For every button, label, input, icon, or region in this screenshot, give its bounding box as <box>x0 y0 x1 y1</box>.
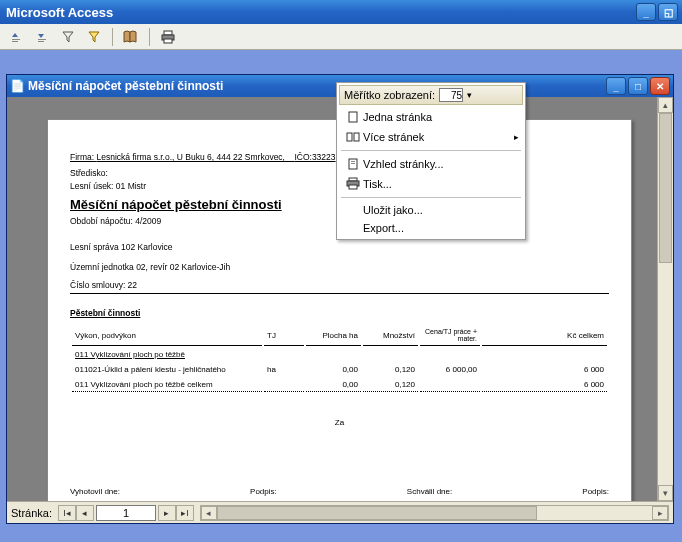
one-page-icon <box>343 110 363 124</box>
smlouva: Číslo smlouvy: 22 <box>70 280 609 290</box>
scroll-down-button[interactable]: ▾ <box>658 485 673 501</box>
menu-more-pages[interactable]: Více stránek ▸ <box>339 127 523 147</box>
jednotka: Územní jednotka 02, revír 02 Karlovice-J… <box>70 262 609 272</box>
horizontal-scrollbar[interactable]: ◂ ▸ <box>200 505 669 521</box>
za-text: Za <box>70 418 609 427</box>
print-menu-icon <box>343 177 363 191</box>
hscroll-thumb[interactable] <box>217 506 537 520</box>
zoom-dropdown-icon[interactable]: ▾ <box>467 90 472 100</box>
last-page-button[interactable]: ▸I <box>176 505 194 521</box>
filter-sel-icon[interactable] <box>86 29 102 45</box>
page-number-input[interactable] <box>96 505 156 521</box>
table-row: 011021-Úklid a pálení klestu - jehličnat… <box>72 363 607 376</box>
book-icon[interactable] <box>123 29 139 45</box>
menu-separator <box>341 197 521 198</box>
sort-desc-icon[interactable] <box>34 29 50 45</box>
svg-rect-6 <box>164 39 172 43</box>
scroll-right-button[interactable]: ▸ <box>652 506 668 520</box>
doc-maximize-button[interactable]: □ <box>628 77 648 95</box>
svg-rect-12 <box>351 163 355 164</box>
menu-save-as[interactable]: Uložit jako... <box>339 201 523 219</box>
scroll-thumb[interactable] <box>659 113 672 263</box>
col-tj: TJ <box>264 326 304 346</box>
scroll-up-button[interactable]: ▴ <box>658 97 673 113</box>
page-setup-icon <box>343 157 363 171</box>
app-titlebar: Microsoft Access _ ◱ <box>0 0 682 24</box>
menu-separator <box>341 150 521 151</box>
more-pages-icon <box>343 130 363 144</box>
sign-schvalil: Schválil dne: <box>407 487 452 496</box>
col-cena: Cena/TJ práce + mater. <box>420 326 480 346</box>
svg-rect-15 <box>349 185 357 189</box>
first-page-button[interactable]: I◂ <box>58 505 76 521</box>
col-mnozstvi: Množství <box>363 326 418 346</box>
menu-print[interactable]: Tisk... <box>339 174 523 194</box>
menu-page-setup[interactable]: Vzhled stránky... <box>339 154 523 174</box>
main-toolbar <box>0 24 682 50</box>
zoom-label: Měřítko zobrazení: <box>344 89 435 101</box>
svg-rect-4 <box>164 31 172 35</box>
col-kc: Kč celkem <box>482 326 607 346</box>
doc-minimize-button[interactable]: _ <box>606 77 626 95</box>
ico-label: IČO:33223 <box>294 152 335 162</box>
sort-asc-icon[interactable] <box>8 29 24 45</box>
submenu-arrow-icon: ▸ <box>514 132 519 142</box>
vertical-scrollbar[interactable]: ▴ ▾ <box>657 97 673 501</box>
next-page-button[interactable]: ▸ <box>158 505 176 521</box>
svg-rect-8 <box>347 133 352 141</box>
svg-rect-1 <box>12 41 18 42</box>
svg-rect-2 <box>38 39 46 40</box>
report-footer: Stránka: I◂ ◂ ▸ ▸I ◂ ▸ <box>7 501 673 523</box>
zoom-input[interactable] <box>439 88 463 102</box>
sprava: Lesní správa 102 Karlovice <box>70 242 609 252</box>
app-minimize-button[interactable]: _ <box>636 3 656 21</box>
svg-rect-0 <box>12 39 20 40</box>
firm-label: Firma: <box>70 152 94 162</box>
table-row: 011 Vyklizování ploch po těžbě celkem 0,… <box>72 378 607 392</box>
svg-rect-11 <box>351 161 355 162</box>
svg-rect-9 <box>354 133 359 141</box>
report-icon: 📄 <box>10 79 24 93</box>
sign-podpis: Podpis: <box>250 487 277 496</box>
filter-icon[interactable] <box>60 29 76 45</box>
print-icon[interactable] <box>160 29 176 45</box>
toolbar-separator <box>149 28 150 46</box>
svg-rect-7 <box>349 112 357 122</box>
sign-vyhotovil: Vyhotovil dne: <box>70 487 120 496</box>
toolbar-separator <box>112 28 113 46</box>
zoom-header: Měřítko zobrazení: ▾ <box>339 85 523 105</box>
table-row: 011 Vyklizování ploch po těžbě <box>72 348 607 361</box>
app-restore-button[interactable]: ◱ <box>658 3 678 21</box>
section-title: Pěstební činnosti <box>70 308 609 318</box>
scroll-left-button[interactable]: ◂ <box>201 506 217 520</box>
sign-podpis2: Podpis: <box>582 487 609 496</box>
col-vykon: Výkon, podvýkon <box>72 326 262 346</box>
app-title: Microsoft Access <box>4 5 636 20</box>
data-table: Výkon, podvýkon TJ Plocha ha Množství Ce… <box>70 324 609 394</box>
context-menu: Měřítko zobrazení: ▾ Jedna stránka Více … <box>336 82 526 240</box>
menu-one-page[interactable]: Jedna stránka <box>339 107 523 127</box>
page-label: Stránka: <box>11 507 52 519</box>
doc-close-button[interactable]: ✕ <box>650 77 670 95</box>
svg-rect-3 <box>38 41 44 42</box>
prev-page-button[interactable]: ◂ <box>76 505 94 521</box>
firm-value: Lesnická firma s.r.o., U Buku 6, 444 22 … <box>96 152 285 162</box>
col-plocha: Plocha ha <box>306 326 361 346</box>
menu-export[interactable]: Export... <box>339 219 523 237</box>
